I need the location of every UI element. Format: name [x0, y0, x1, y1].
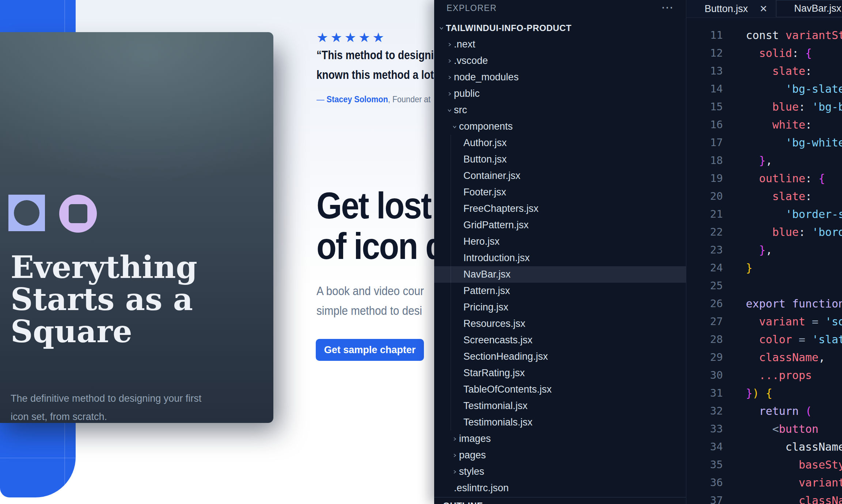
line-number: 14	[686, 80, 723, 98]
code-text: className,	[746, 348, 825, 366]
folder-item-tailwindui-info-product[interactable]: TAILWINDUI-INFO-PRODUCT	[434, 20, 686, 36]
tree-item-label: node_modules	[454, 72, 519, 83]
file-item-author-jsx[interactable]: Author.jsx	[434, 135, 686, 151]
more-actions-icon[interactable]: ⋯	[661, 0, 674, 15]
folder-item-pages[interactable]: pages	[434, 447, 686, 463]
file-item--eslintrc-json[interactable]: .eslintrc.json	[434, 480, 686, 496]
file-item-freechapters-jsx[interactable]: FreeChapters.jsx	[434, 201, 686, 217]
chevron-right-icon[interactable]	[450, 435, 459, 443]
chevron-right-icon[interactable]	[450, 451, 459, 460]
code-token: (	[805, 405, 812, 417]
code-token: ,	[766, 154, 772, 167]
tree-item-label: images	[459, 433, 491, 444]
code-line: 32 return (	[686, 402, 842, 420]
tree-item-label: Pattern.jsx	[463, 285, 510, 297]
code-text: outline: {	[746, 169, 825, 187]
book-title-line: Starts as a	[11, 283, 197, 316]
folder-item-images[interactable]: images	[434, 431, 686, 447]
file-indent-spacer	[455, 418, 463, 427]
chevron-right-icon[interactable]	[445, 89, 454, 98]
circle-shape-icon	[59, 195, 97, 233]
code-token: baseStyle	[746, 458, 842, 471]
line-number: 21	[686, 205, 723, 223]
line-number: 12	[686, 44, 723, 62]
code-line: 17 'bg-white h	[686, 134, 842, 152]
line-number: 23	[686, 241, 723, 259]
testimonial-role: , Founder at	[388, 94, 431, 104]
file-indent-spacer	[455, 221, 463, 230]
file-tree: TAILWINDUI-INFO-PRODUCT.next.vscodenode_…	[434, 20, 686, 496]
folder-item-components[interactable]: components	[434, 118, 686, 135]
folder-item--vscode[interactable]: .vscode	[434, 53, 686, 69]
tree-item-label: TableOfContents.jsx	[463, 384, 552, 395]
tab-navbar-jsx[interactable]: NavBar.jsx	[776, 0, 842, 17]
file-item-resources-jsx[interactable]: Resources.jsx	[434, 316, 686, 332]
tree-item-label: Testimonials.jsx	[463, 417, 532, 428]
code-text: },	[746, 241, 772, 259]
chevron-down-icon[interactable]	[445, 106, 454, 115]
chevron-right-icon[interactable]	[445, 73, 454, 82]
tree-item-label: Pricing.jsx	[463, 302, 508, 313]
folder-item-styles[interactable]: styles	[434, 463, 686, 480]
tree-item-label: Footer.jsx	[463, 187, 506, 198]
tree-item-label: Resources.jsx	[463, 318, 526, 329]
file-item-tableofcontents-jsx[interactable]: TableOfContents.jsx	[434, 381, 686, 398]
folder-item-public[interactable]: public	[434, 85, 686, 102]
close-icon[interactable]: ✕	[759, 3, 775, 15]
file-item-introduction-jsx[interactable]: Introduction.jsx	[434, 250, 686, 266]
square-shape-icon	[8, 195, 45, 231]
tree-item-label: NavBar.jsx	[463, 269, 511, 280]
chevron-down-icon[interactable]	[437, 24, 446, 33]
file-item-pattern-jsx[interactable]: Pattern.jsx	[434, 283, 686, 299]
code-token: variantSt	[746, 476, 842, 489]
code-token: :	[805, 65, 812, 77]
code-line: 16 white:	[686, 116, 842, 134]
code-token: variantStyles	[785, 29, 842, 42]
line-number: 16	[686, 116, 723, 134]
file-item-pricing-jsx[interactable]: Pricing.jsx	[434, 299, 686, 316]
line-number: 13	[686, 62, 723, 80]
code-token: <	[746, 423, 779, 435]
code-editor[interactable]: 11const variantStyles = {12 solid: {13 s…	[686, 18, 842, 504]
line-number: 37	[686, 492, 723, 504]
file-indent-spacer	[455, 237, 463, 246]
file-item-testimonials-jsx[interactable]: Testimonials.jsx	[434, 414, 686, 431]
code-text: ...props	[746, 366, 812, 384]
file-item-starrating-jsx[interactable]: StarRating.jsx	[434, 365, 686, 381]
outline-section[interactable]: OUTLINE	[434, 497, 686, 504]
file-indent-spacer	[455, 254, 463, 263]
code-token: slate	[746, 65, 805, 77]
chevron-right-icon[interactable]	[445, 40, 454, 49]
code-token: :	[792, 47, 805, 60]
file-item-testimonial-jsx[interactable]: Testimonial.jsx	[434, 398, 686, 414]
file-item-footer-jsx[interactable]: Footer.jsx	[434, 184, 686, 201]
file-item-container-jsx[interactable]: Container.jsx	[434, 168, 686, 184]
folder-item--next[interactable]: .next	[434, 36, 686, 53]
file-item-gridpattern-jsx[interactable]: GridPattern.jsx	[434, 217, 686, 233]
chevron-right-icon[interactable]	[445, 57, 454, 65]
code-line: 36 variantSt	[686, 474, 842, 492]
tab-button-jsx[interactable]: Button.jsx ✕	[686, 0, 776, 18]
chevron-down-icon[interactable]	[450, 122, 459, 131]
file-item-button-jsx[interactable]: Button.jsx	[434, 151, 686, 168]
get-sample-chapter-button[interactable]: Get sample chapter	[316, 339, 424, 361]
tree-item-label: TAILWINDUI-INFO-PRODUCT	[446, 23, 572, 33]
code-token: ...props	[746, 369, 812, 382]
file-item-hero-jsx[interactable]: Hero.jsx	[434, 233, 686, 250]
book-title-line: Everything	[11, 251, 197, 283]
book-title-line: Square	[11, 316, 197, 348]
code-token: 'bg-slate-9	[746, 83, 842, 95]
tree-item-label: Testimonial.jsx	[463, 400, 528, 412]
folder-item-node-modules[interactable]: node_modules	[434, 69, 686, 85]
chevron-right-icon[interactable]	[450, 467, 459, 476]
folder-item-src[interactable]: src	[434, 102, 686, 118]
code-token: }	[746, 244, 766, 256]
line-number: 22	[686, 223, 723, 241]
file-item-sectionheading-jsx[interactable]: SectionHeading.jsx	[434, 348, 686, 365]
code-line: 15 blue: 'bg-blue-6	[686, 98, 842, 116]
code-text: export function Butto	[746, 295, 842, 313]
file-item-screencasts-jsx[interactable]: Screencasts.jsx	[434, 332, 686, 348]
line-number: 33	[686, 420, 723, 438]
file-item-navbar-jsx[interactable]: NavBar.jsx	[434, 266, 686, 283]
code-token: }	[746, 261, 752, 274]
